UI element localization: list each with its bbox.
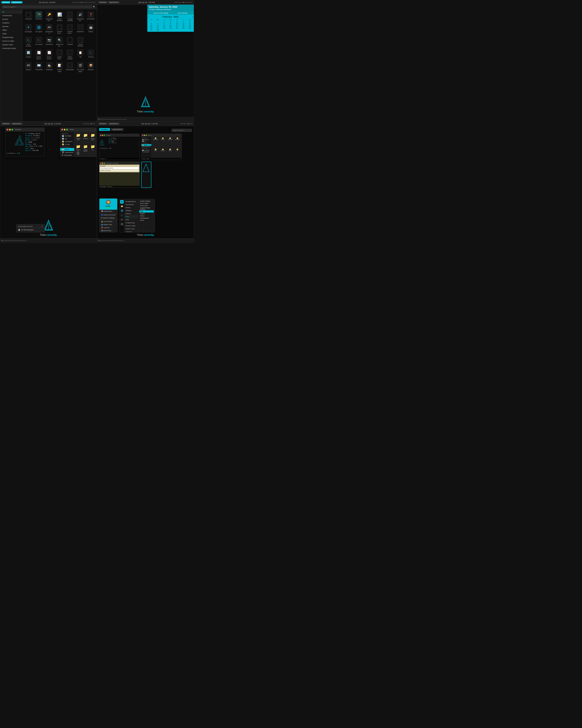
cal-next-month[interactable]: › (192, 16, 193, 18)
apps-btn-q3[interactable]: Applications (11, 123, 22, 125)
apps-btn-q4[interactable]: Applications (108, 123, 119, 125)
appmenu-app-priism[interactable]: Priism (139, 219, 154, 222)
appmenu-cat-prog[interactable]: Programming (124, 221, 138, 224)
cal-day[interactable]: 14 (155, 25, 161, 27)
app-tortwizard[interactable]: 🧙 TortWizard (45, 61, 54, 73)
app-sudoku[interactable]: 🔢 Sudoku (24, 49, 33, 60)
cal-day[interactable]: 1 (161, 21, 167, 23)
cal-date-settings[interactable]: Date and Time Settings (154, 12, 168, 14)
cal-day[interactable]: 24 (174, 27, 180, 29)
appmenu-app-magnet[interactable]: Magnet (139, 212, 154, 215)
appmenu-app-font-mint[interactable]: Font in Mintix (139, 202, 154, 204)
app-vlc[interactable]: 🎬 VLC media player (76, 61, 85, 73)
category-sound[interactable]: Sound & Video (0, 39, 22, 43)
fm-max-btn[interactable] (66, 129, 68, 130)
app-search-input[interactable] (2, 5, 92, 8)
cal-day[interactable]: 22 (161, 27, 167, 29)
cal-day[interactable] (155, 21, 161, 23)
win-search-input[interactable] (172, 129, 192, 132)
cal-day[interactable]: 4 (180, 21, 187, 23)
app-search[interactable]: 🔍 Search and Ind... (55, 36, 64, 48)
app-sys-profiler[interactable]: ⚙ System Profil... (55, 49, 64, 60)
apps-btn-q2[interactable]: Applications (108, 1, 119, 3)
app-terminal[interactable]: >_ Terminal (86, 49, 95, 60)
app-power[interactable]: 📊 Power Statistics (55, 10, 64, 22)
app-tail[interactable]: 📋 Tail (76, 49, 85, 60)
category-office[interactable]: Office (0, 28, 22, 32)
cal-day[interactable] (148, 21, 155, 23)
app-sound-recorder[interactable]: 🎙 Sound Recorder (76, 36, 85, 48)
user-menu-notifications[interactable]: 📢 Notifications (100, 210, 117, 213)
app-nvr[interactable]: >_ nvr-unicode (34, 36, 44, 48)
cal-day[interactable]: 5 (187, 21, 193, 23)
appmenu-side-files[interactable]: 📁 (120, 204, 124, 208)
cal-day[interactable]: 6 (148, 23, 155, 25)
cal-day[interactable]: 3 (174, 21, 180, 23)
appmenu-cat-acc[interactable]: Accessories (124, 203, 138, 206)
app-privilege[interactable]: 🛡 Privilege granting (65, 10, 75, 22)
cal-prev-month[interactable]: ‹ (148, 16, 149, 18)
fm-file-iso[interactable]: 📁iso (90, 144, 96, 156)
cal-day[interactable]: 7 (155, 23, 161, 25)
preview-terminal[interactable]: Terminal ⠀⠀⣠⠀ ⠀⣾⣿⡄ ⣰⣿⣿⣧ ⣿⣿⡟⣿⡀ ⣿⡟ ⣿⣧ ⣿⣿⣿⣿… (99, 134, 140, 160)
app-xarchiver[interactable]: 📦 Xarchiver (86, 61, 95, 73)
terminal-window[interactable]: Terminal ⠀⠀⠀⠀⠀⠀⣠⠀ ⠀⠀⠀⠀⠀⣾⣿⡄ ⠀⠀⠀⠀⣰⣿⣿⣧ ⠀⠀⠀⣴… (5, 128, 45, 157)
cal-open[interactable]: Open Calendar (178, 12, 187, 14)
app-shotwell[interactable]: 🖼 Shotwell (65, 36, 75, 48)
category-other[interactable]: Other (0, 32, 22, 35)
cal-day[interactable]: 10 (174, 23, 180, 25)
category-all[interactable]: All › (0, 10, 22, 14)
fm-system[interactable]: 💾SYSTEM (60, 134, 74, 137)
app-qt-linguist[interactable]: 🌐 Qt Linguist (34, 23, 44, 35)
app-parachute[interactable]: 🪂 Parachute (34, 10, 44, 22)
cal-day[interactable]: 13 (148, 25, 155, 27)
fm-file-documents[interactable]: 📁Documents (90, 132, 96, 142)
win-max-btn[interactable] (11, 129, 13, 130)
appmenu-cat-internet[interactable]: Internet (124, 212, 138, 215)
appmenu-app-auxiliar[interactable]: Auxiliar Settings (139, 200, 154, 202)
appmenu-cat-office[interactable]: Office (124, 215, 138, 218)
user-menu-device-accounts[interactable]: 👤 Device Accounts (100, 213, 117, 216)
app-root-terminal[interactable]: >_ Root Terminal (24, 36, 33, 48)
app-pulse[interactable]: 🔊 PulseAudio Vol... (76, 10, 85, 22)
fm-file-audiobooks[interactable]: 📁AudioBooks (75, 132, 81, 142)
cal-day[interactable]: 27 (148, 29, 155, 31)
cal-day[interactable]: 8 (161, 23, 167, 25)
category-programming[interactable]: Programming (0, 35, 22, 39)
cal-day[interactable]: 18 (180, 25, 187, 27)
cal-day[interactable]: 15 (161, 25, 167, 27)
user-menu-shutdown[interactable]: ⏻ Shut Down... (100, 229, 117, 232)
appmenu-cat-sound[interactable]: Sound & Video (124, 224, 138, 227)
cal-day[interactable]: 17 (174, 25, 180, 27)
fm-home[interactable]: 🏠Home (60, 148, 74, 151)
category-games[interactable]: Games (0, 18, 22, 21)
app-remote-resc[interactable]: 🖥 Remote Resc... (55, 23, 64, 35)
app-robots[interactable]: 🤖 Robots (86, 23, 95, 35)
win-close-btn[interactable] (7, 129, 8, 130)
app-sys-monitor1[interactable]: 📈 System Monitor (34, 49, 44, 60)
cal-day[interactable]: 16 (167, 25, 174, 27)
cal-day[interactable]: 12 (187, 23, 193, 25)
cal-day[interactable]: 25 (180, 27, 187, 29)
win-tab-windows[interactable]: Windows (99, 128, 110, 131)
fm-downloads-bm[interactable]: ⬇Downloads (60, 154, 74, 157)
appmenu-cat-universal[interactable]: Universal Access (124, 230, 138, 232)
appmenu-side-power[interactable]: ⏻ (120, 222, 124, 226)
appmenu-side-apps[interactable]: ⊞ (120, 200, 124, 204)
fm-file-greymere[interactable]: 📁Greymere-Light-Blue-CTK (75, 144, 81, 156)
windows-btn-q3[interactable]: Windows (1, 123, 10, 125)
app-screenshot[interactable]: 📷 Screenshot (45, 36, 54, 48)
app-rhythmbox[interactable]: ♪ Rhythmbox (76, 23, 85, 35)
appmenu-app-siglo[interactable]: Siglo (139, 210, 154, 212)
removable-device[interactable]: 💾 174 MB Filesystem (17, 228, 45, 231)
cal-day[interactable]: 21 (155, 27, 161, 29)
appmenu-cat-system[interactable]: System Tools (124, 227, 138, 230)
fm-file-desktop[interactable]: 📁Desktop (82, 132, 88, 142)
win-tab-apps[interactable]: Applications (111, 128, 124, 131)
app-transmission[interactable]: ⬇ Transmission (65, 61, 75, 73)
app-remote-desktop[interactable]: 🖥 Remote Deskt... (65, 23, 75, 35)
terminal-body[interactable]: ⠀⠀⠀⠀⠀⠀⣠⠀ ⠀⠀⠀⠀⠀⣾⣿⡄ ⠀⠀⠀⠀⣰⣿⣿⣧ ⠀⠀⠀⣴⣿⣿⣿⣿⡀ ⠀⠀⣸… (5, 131, 45, 157)
appmenu-app-quadra[interactable]: Quadrapassel (139, 217, 154, 219)
fm-close-btn[interactable] (61, 129, 63, 130)
appmenu-cat-graphics[interactable]: Graphics (124, 209, 138, 212)
